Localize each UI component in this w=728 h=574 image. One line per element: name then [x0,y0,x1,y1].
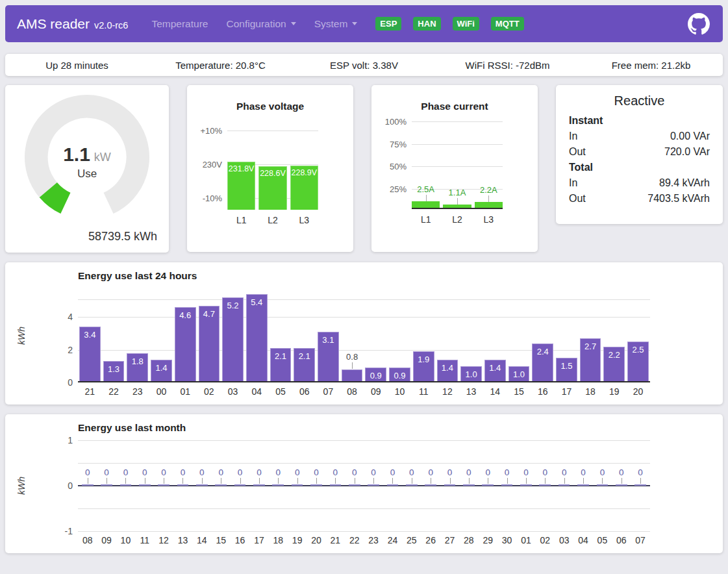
nav-item-temperature[interactable]: Temperature [144,14,216,34]
x-tick: 06 [292,386,316,397]
bar-day-06: 0 [612,440,631,531]
label-callout-line [373,478,374,484]
bar-value-label: 1.0 [509,369,529,379]
x-tick: 09 [97,535,116,545]
bar-value-label: 2.1 [294,351,314,361]
bar-hour-02: 4.7 [199,306,220,382]
label-callout-line [240,478,241,484]
x-tick: 11 [135,535,154,545]
x-tick: 00 [149,386,173,397]
x-tick: 21 [78,386,102,397]
bar-slot: 2.4 [531,288,555,382]
bar-day-17: 0 [249,440,268,531]
bar-slot: 2.5A [412,121,440,209]
app-title: AMS reader v2.0-rc6 [17,16,128,32]
reactive-section-total: Total [569,160,710,175]
bar-value-label: 0 [479,468,497,477]
x-axis-labels: L1L2L3 [412,214,538,225]
bar-value-label: 2.5A [412,184,440,194]
bar-value-label: 0 [212,468,231,477]
x-tick: 03 [555,535,573,545]
bar-day-27: 0 [440,440,459,531]
bar-hour-12: 1.4 [437,360,458,382]
status-badges: ESP HAN WiFi MQTT [375,17,523,31]
zero-bar [82,484,94,486]
y-tick: 1 [68,435,73,445]
bar-value-label: 0 [154,468,173,477]
github-link[interactable] [688,13,710,35]
x-tick: 18 [579,386,603,397]
energy-24h-card: Energy use last 24 hours kWh 420 3.41.31… [5,262,723,405]
reactive-section-instant: Instant [569,113,710,129]
x-tick: 15 [212,535,231,545]
zero-bar [463,484,475,486]
reactive-row: Out 720.0 VAr [569,144,710,160]
zero-bar [634,484,646,486]
label-callout-line [355,478,355,484]
bar-value-label: 0 [402,468,421,477]
bar-slot: 2.1 [292,288,316,382]
bar-value-label: 0 [573,468,592,477]
bar-value-label: 1.0 [461,369,481,379]
bar-day-02: 0 [536,440,555,531]
label-callout-line [583,478,584,484]
label-callout-line [507,478,508,484]
bar-day-12: 0 [154,440,173,531]
bar-slot: 4.7 [197,288,221,382]
bar-hour-04: 5.4 [246,294,268,382]
bar-value-label: 1.3 [104,364,124,374]
bar-hour-05: 2.1 [270,348,292,382]
label-callout-line [125,478,126,484]
label-callout-line [457,198,458,205]
x-tick: 02 [536,535,555,545]
x-tick: 06 [612,535,631,545]
status-bar: Up 28 minutes Temperature: 20.8°C ESP vo… [5,54,723,76]
x-tick: 14 [483,386,507,397]
zero-bar [577,484,589,486]
reactive-row-label: Out [569,144,586,160]
label-callout-line [259,478,260,484]
nav-item-configuration[interactable]: Configuration [218,14,303,34]
zero-bar [177,484,189,486]
label-callout-line [316,478,317,484]
bar-hour-14: 1.4 [484,360,506,382]
bar-hour-18: 2.7 [580,338,601,382]
bar-day-07: 0 [631,440,649,531]
x-tick: 18 [269,535,288,545]
bar-value-label: 0 [326,468,345,477]
label-callout-line [602,478,603,484]
bar-hour-00: 1.4 [151,360,172,382]
bar-value-label: 5.4 [247,297,267,307]
bar-value-label: 0 [135,468,154,477]
x-tick: 03 [221,386,245,397]
bar-value-label: 0 [440,468,459,477]
bar-value-label: 0 [383,468,402,477]
bar-group: 3.41.31.81.44.64.75.25.42.12.13.10.80.90… [78,288,650,382]
zero-bar [272,484,284,486]
label-callout-line [88,478,88,484]
bar-day-26: 0 [421,440,440,531]
x-tick: 14 [192,535,211,545]
bar-value-label: 1.4 [151,363,171,373]
bar-value-label: 2.5 [628,345,648,355]
nav-item-system[interactable]: System [307,14,366,34]
bar-slot: 0.9 [388,288,412,382]
zero-bar [520,484,532,486]
bar-day-15: 0 [212,440,231,531]
bar-slot: 1.9 [412,288,436,382]
chevron-down-icon [352,22,357,25]
zero-bar [406,484,418,486]
reactive-row-value: 7403.5 kVArh [647,191,710,206]
reactive-row: In 0.00 VAr [569,129,710,144]
status-temperature: Temperature: 20.8°C [149,60,292,71]
reactive-row: Out 7403.5 kVArh [569,191,710,206]
bar-slot: 1.4 [436,288,460,382]
bar-hour-07: 3.1 [318,332,339,382]
x-tick: 08 [340,386,364,397]
bar-slot: 1.1A [443,121,471,209]
label-callout-line [392,478,393,484]
x-tick: 20 [626,386,650,397]
bar-slot: 1.4 [483,288,507,382]
reactive-row-label: Out [569,191,586,206]
bar-day-18: 0 [269,440,288,531]
